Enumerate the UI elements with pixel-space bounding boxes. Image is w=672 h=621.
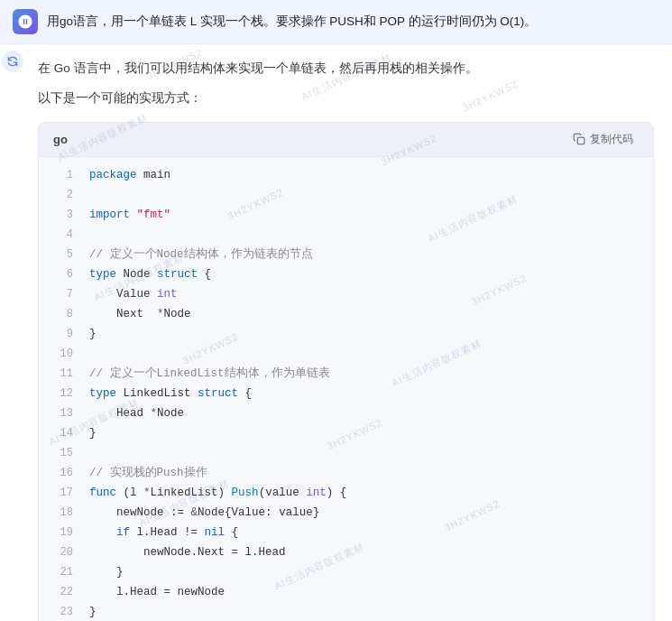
copy-button[interactable]: 复制代码 [567, 130, 639, 149]
code-line-11: 11 // 定义一个LinkedList结构体，作为单链表 [39, 365, 653, 385]
code-line-2: 2 [39, 186, 653, 206]
code-line-23: 23 } [39, 603, 653, 621]
left-sidebar [0, 40, 25, 72]
code-line-9: 9 } [39, 325, 653, 345]
code-block: go 复制代码 1 package main 2 [38, 122, 654, 621]
code-line-4: 4 [39, 226, 653, 246]
code-line-20: 20 newNode.Next = l.Head [39, 543, 653, 563]
code-lang-label: go [53, 133, 68, 146]
main-content: 在 Go 语言中，我们可以用结构体来实现一个单链表，然后再用栈的相关操作。 以下… [29, 44, 672, 621]
code-line-19: 19 if l.Head != nil { [39, 524, 653, 543]
code-line-17: 17 func (l *LinkedList) Push(value int) … [39, 484, 653, 504]
header-title: 用go语言，用一个单链表 L 实现一个栈。要求操作 PUSH和 POP 的运行时… [47, 13, 659, 31]
code-line-1: 1 package main [39, 166, 653, 186]
copy-icon [573, 133, 585, 145]
robot-icon [17, 14, 33, 30]
code-line-8: 8 Next *Node [39, 305, 653, 325]
intro-line1: 在 Go 语言中，我们可以用结构体来实现一个单链表，然后再用栈的相关操作。 [38, 59, 654, 79]
code-line-14: 14 } [39, 424, 653, 444]
header-bar: 用go语言，用一个单链表 L 实现一个栈。要求操作 PUSH和 POP 的运行时… [0, 0, 672, 44]
intro-line2: 以下是一个可能的实现方式： [38, 88, 654, 109]
code-line-5: 5 // 定义一个Node结构体，作为链表的节点 [39, 246, 653, 265]
code-line-22: 22 l.Head = newNode [39, 583, 653, 603]
app-icon [13, 9, 38, 34]
code-line-16: 16 // 实现栈的Push操作 [39, 464, 653, 484]
code-line-6: 6 type Node struct { [39, 265, 653, 285]
code-line-7: 7 Value int [39, 285, 653, 305]
code-body: 1 package main 2 3 import "fmt" 4 [39, 157, 653, 621]
svg-rect-0 [577, 138, 585, 145]
refresh-icon [6, 55, 19, 68]
refresh-button[interactable] [2, 51, 23, 72]
page-wrapper: 用go语言，用一个单链表 L 实现一个栈。要求操作 PUSH和 POP 的运行时… [0, 0, 672, 621]
code-line-15: 15 [39, 444, 653, 464]
code-line-12: 12 type LinkedList struct { [39, 385, 653, 404]
code-header: go 复制代码 [39, 123, 653, 157]
code-line-3: 3 import "fmt" [39, 206, 653, 226]
code-line-10: 10 [39, 345, 653, 365]
copy-label: 复制代码 [590, 132, 633, 147]
code-line-13: 13 Head *Node [39, 404, 653, 424]
code-line-18: 18 newNode := &Node{Value: value} [39, 504, 653, 524]
code-line-21: 21 } [39, 563, 653, 583]
